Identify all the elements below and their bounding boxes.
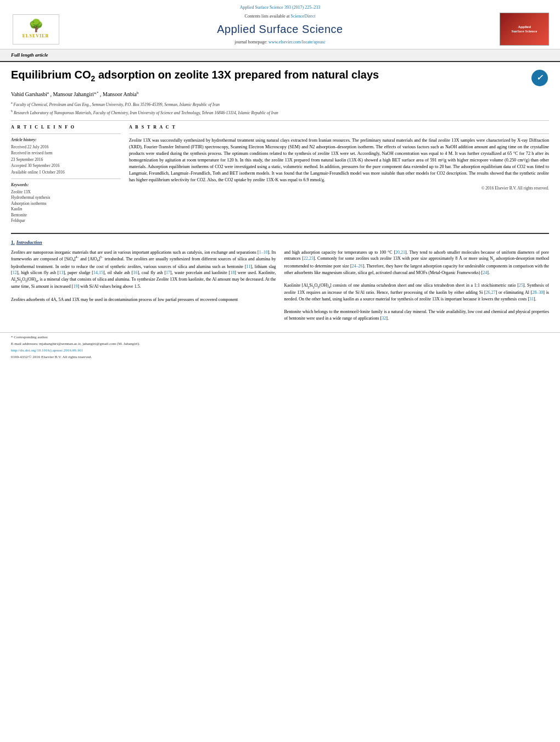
- abstract-label: A B S T R A C T: [129, 124, 549, 130]
- ref-1-10[interactable]: 1–10: [259, 250, 268, 255]
- ref-17[interactable]: 17: [166, 270, 170, 275]
- title-part1: Equilibrium CO: [11, 69, 91, 81]
- thick-divider: [11, 233, 549, 234]
- divider-info: [11, 133, 121, 134]
- ref-16[interactable]: 16: [133, 270, 137, 275]
- info-abstract-columns: A R T I C L E I N F O Article history: R…: [11, 124, 549, 228]
- ref-31[interactable]: 31: [529, 297, 534, 302]
- issn-line: 0169-4332/© 2016 Elsevier B.V. All right…: [11, 355, 549, 360]
- history-label: Article history:: [11, 137, 121, 143]
- header-content: 🌳 ELSEVIER Contents lists available at S…: [11, 13, 549, 46]
- keyword-5: Bentonite: [11, 213, 121, 219]
- title-part2: adsorption on zeolite 13X prepared from …: [95, 69, 379, 81]
- elsevier-tree-icon: 🌳: [29, 20, 43, 32]
- body-two-col: Zeolites are nanoporous inorganic materi…: [11, 249, 549, 321]
- body-col-right: and high adsorption capacity for tempera…: [284, 249, 550, 321]
- affil-a-text: Faculty of Chemical, Petroleum and Gas E…: [14, 102, 220, 107]
- corresponding-note: * Corresponding author.: [11, 335, 549, 341]
- journal-top-link[interactable]: Applied Surface Science 393 (2017) 225–2…: [11, 4, 549, 10]
- section-heading-text: 1.Introduction: [11, 239, 42, 245]
- author2-name: , Mansour Jahangiri: [50, 91, 94, 97]
- ref-24-26[interactable]: 24–26: [352, 264, 363, 269]
- sciencedirect-link[interactable]: ScienceDirect: [291, 14, 316, 19]
- keyword-4: Kaolin: [11, 207, 121, 213]
- ref-11[interactable]: 11: [247, 264, 251, 269]
- contents-text: Contents lists available at: [245, 14, 290, 19]
- elsevier-logo: 🌳 ELSEVIER: [11, 14, 60, 44]
- revised-date: 23 September 2016: [11, 157, 121, 163]
- page: Applied Surface Science 393 (2017) 225–2…: [0, 0, 560, 742]
- ref-24b[interactable]: 24: [483, 270, 487, 275]
- copyright-line: © 2016 Elsevier B.V. All rights reserved…: [129, 186, 549, 192]
- journal-logo-right: AppliedSurface Science: [500, 13, 549, 46]
- ref-13[interactable]: 13: [59, 270, 63, 275]
- main-content: Equilibrium CO2 adsorption on zeolite 13…: [0, 62, 560, 327]
- divider-1: [11, 120, 549, 121]
- ref-14-15[interactable]: 14,15: [93, 270, 103, 275]
- elsevier-logo-box: 🌳 ELSEVIER: [13, 14, 59, 44]
- abstract-text: Zeolite 13X was successfully synthesized…: [129, 137, 549, 183]
- logo-title: AppliedSurface Science: [512, 25, 537, 34]
- ref-28-30[interactable]: 28–30: [532, 290, 543, 295]
- section-num: 1.: [11, 239, 15, 245]
- introduction-section: 1.Introduction Zeolites are nanoporous i…: [11, 238, 549, 321]
- keyword-2: Hydrothermal synthesis: [11, 195, 121, 201]
- journal-center: Contents lists available at ScienceDirec…: [60, 13, 500, 45]
- article-title: Equilibrium CO2 adsorption on zeolite 13…: [11, 68, 526, 83]
- ref-19[interactable]: 19: [74, 284, 78, 289]
- keyword-1: Zeolite 13X: [11, 189, 121, 196]
- accepted-value: Accepted 30 September 2016: [11, 163, 121, 169]
- article-title-section: Equilibrium CO2 adsorption on zeolite 13…: [11, 68, 549, 87]
- ref-26-27[interactable]: 26,27: [486, 290, 496, 295]
- section-title: Introduction: [16, 239, 42, 245]
- article-type-label: Full length article: [11, 52, 48, 58]
- ref-18[interactable]: 18: [230, 270, 234, 275]
- crossmark-circle: ✓: [531, 70, 548, 86]
- keywords-section: Keywords: Zeolite 13X Hydrothermal synth…: [11, 182, 121, 224]
- affiliation-b: b Research Laboratory of Nanoporous Mate…: [11, 109, 549, 116]
- intro-text-right: and high adsorption capacity for tempera…: [284, 249, 550, 321]
- affil-b-sup: b: [11, 109, 13, 113]
- intro-text-left: Zeolites are nanoporous inorganic materi…: [11, 249, 276, 303]
- article-info-label: A R T I C L E I N F O: [11, 124, 121, 130]
- ref-25[interactable]: 25: [519, 283, 523, 288]
- ref-32[interactable]: 32: [382, 316, 386, 321]
- divider-info-2: [11, 178, 121, 179]
- affiliation-a: a Faculty of Chemical, Petroleum and Gas…: [11, 101, 549, 108]
- history-group: Article history: Received 22 July 2016 R…: [11, 137, 121, 175]
- affil-b-text: Research Laboratory of Nanoporous Materi…: [14, 110, 278, 115]
- keywords-label: Keywords:: [11, 182, 121, 188]
- elsevier-name: ELSEVIER: [23, 33, 49, 39]
- journal-header: Applied Surface Science 393 (2017) 225–2…: [0, 0, 560, 49]
- doi-link[interactable]: http://dx.doi.org/10.1016/j.apsusc.2016.…: [11, 348, 549, 354]
- homepage-url[interactable]: www.elsevier.com/locate/apsusc: [268, 40, 326, 44]
- keyword-3: Adsorption isotherms: [11, 201, 121, 207]
- abstract-col: A B S T R A C T Zeolite 13X was successf…: [129, 124, 549, 228]
- divider-abstract: [129, 133, 549, 134]
- page-footer: * Corresponding author. E-mail addresses…: [0, 332, 560, 363]
- ref-12[interactable]: 12: [13, 270, 17, 275]
- journal-citation-link[interactable]: Applied Surface Science 393 (2017) 225–2…: [240, 5, 320, 10]
- keyword-6: Feldspar: [11, 218, 121, 224]
- article-info-section: A R T I C L E I N F O Article history: R…: [11, 124, 121, 224]
- doi-text[interactable]: http://dx.doi.org/10.1016/j.apsusc.2016.…: [11, 348, 83, 353]
- email-note: E-mail addresses: mjahanghiri@semnan.ac.…: [11, 342, 549, 347]
- crossmark-icon[interactable]: ✓: [531, 70, 549, 87]
- ref-22-23[interactable]: 22,23: [304, 256, 313, 261]
- journal-title: Applied Surface Science: [71, 21, 489, 37]
- author1-name: Vahid Garshasbi: [11, 91, 47, 97]
- article-info-col: A R T I C L E I N F O Article history: R…: [11, 124, 121, 228]
- homepage-label: journal homepage:: [234, 40, 267, 44]
- affil-a-sup: a: [11, 101, 13, 104]
- homepage-line: journal homepage: www.elsevier.com/locat…: [71, 39, 489, 45]
- received-value: Received 22 July 2016: [11, 144, 121, 150]
- affiliations: a Faculty of Chemical, Petroleum and Gas…: [11, 101, 549, 116]
- contents-line: Contents lists available at ScienceDirec…: [71, 13, 489, 19]
- author2-sup: a,*: [94, 91, 98, 95]
- author3-name: , Mansoor Anbia: [100, 91, 137, 97]
- authors-line: Vahid Garshasbia , Mansour Jahangiria,* …: [11, 91, 549, 98]
- ref-20-21[interactable]: 20,21: [395, 250, 405, 255]
- author3-sup: b: [137, 91, 139, 95]
- revised-label: Received in revised form: [11, 150, 121, 157]
- body-col-left: Zeolites are nanoporous inorganic materi…: [11, 249, 276, 321]
